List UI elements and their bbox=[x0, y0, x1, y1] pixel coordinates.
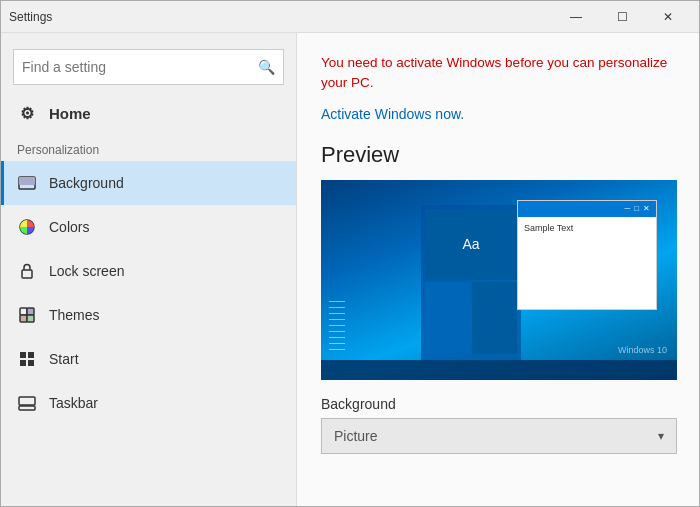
preview-line bbox=[329, 313, 345, 314]
preview-line bbox=[329, 307, 345, 308]
preview-tile-aa: Aa bbox=[425, 209, 517, 281]
search-icon: 🔍 bbox=[258, 59, 275, 75]
preview-line bbox=[329, 319, 345, 320]
preview-heading: Preview bbox=[321, 142, 675, 168]
activation-warning: You need to activate Windows before you … bbox=[321, 53, 675, 94]
window-controls: — ☐ ✕ bbox=[553, 1, 691, 33]
preview-window: ─ □ ✕ Sample Text bbox=[517, 200, 657, 310]
bg-label: Background bbox=[321, 396, 675, 412]
preview-line bbox=[329, 337, 345, 338]
svg-rect-4 bbox=[20, 308, 27, 315]
bg-dropdown-value: Picture bbox=[334, 428, 378, 444]
svg-rect-12 bbox=[19, 406, 35, 410]
search-box[interactable]: 🔍 bbox=[13, 49, 284, 85]
background-label: Background bbox=[49, 175, 124, 191]
settings-window: Settings — ☐ ✕ 🔍 ⚙ Home Personalization bbox=[0, 0, 700, 507]
preview-line bbox=[329, 331, 345, 332]
preview-tile-2 bbox=[472, 282, 517, 354]
preview-taskbar bbox=[321, 360, 677, 380]
preview-line bbox=[329, 301, 345, 302]
sidebar-item-start[interactable]: Start bbox=[1, 337, 296, 381]
svg-rect-6 bbox=[20, 315, 27, 322]
svg-rect-13 bbox=[19, 397, 35, 405]
home-label: Home bbox=[49, 105, 91, 122]
preview-line bbox=[329, 325, 345, 326]
preview-logo: Windows 10 bbox=[618, 345, 667, 355]
chevron-down-icon: ▾ bbox=[658, 429, 664, 443]
preview-desktop: Aa ─ □ ✕ bbox=[321, 180, 677, 380]
svg-rect-1 bbox=[19, 177, 35, 185]
taskbar-label: Taskbar bbox=[49, 395, 98, 411]
sidebar-item-taskbar[interactable]: Taskbar bbox=[1, 381, 296, 425]
svg-rect-7 bbox=[27, 315, 34, 322]
preview-window-titlebar: ─ □ ✕ bbox=[518, 201, 656, 217]
start-icon bbox=[17, 349, 37, 369]
home-icon: ⚙ bbox=[17, 103, 37, 123]
preview-tiles: Aa bbox=[421, 205, 521, 360]
colors-label: Colors bbox=[49, 219, 89, 235]
bg-dropdown[interactable]: Picture ▾ bbox=[321, 418, 677, 454]
preview-tile-1 bbox=[425, 282, 470, 354]
preview-sample-text: Sample Text bbox=[524, 223, 573, 233]
sidebar-item-lock-screen[interactable]: Lock screen bbox=[1, 249, 296, 293]
home-nav-item[interactable]: ⚙ Home bbox=[1, 93, 296, 133]
minimize-button[interactable]: — bbox=[553, 1, 599, 33]
sidebar-item-colors[interactable]: Colors bbox=[1, 205, 296, 249]
sidebar-item-themes[interactable]: Themes bbox=[1, 293, 296, 337]
preview-line bbox=[329, 343, 345, 344]
window-body: 🔍 ⚙ Home Personalization Background bbox=[1, 33, 699, 506]
lock-icon bbox=[17, 261, 37, 281]
preview-line bbox=[329, 349, 345, 350]
svg-rect-11 bbox=[28, 360, 34, 366]
svg-rect-10 bbox=[20, 360, 26, 366]
main-panel: You need to activate Windows before you … bbox=[296, 33, 699, 506]
themes-icon bbox=[17, 305, 37, 325]
maximize-button[interactable]: ☐ bbox=[599, 1, 645, 33]
lock-screen-label: Lock screen bbox=[49, 263, 124, 279]
themes-label: Themes bbox=[49, 307, 100, 323]
colors-icon bbox=[17, 217, 37, 237]
svg-rect-5 bbox=[27, 308, 34, 315]
sidebar: 🔍 ⚙ Home Personalization Background bbox=[1, 33, 296, 506]
activate-link[interactable]: Activate Windows now. bbox=[321, 106, 675, 122]
close-button[interactable]: ✕ bbox=[645, 1, 691, 33]
taskbar-icon bbox=[17, 393, 37, 413]
sidebar-item-background[interactable]: Background bbox=[1, 161, 296, 205]
preview-window-content: Sample Text bbox=[518, 217, 656, 239]
start-label: Start bbox=[49, 351, 79, 367]
background-icon bbox=[17, 173, 37, 193]
svg-rect-3 bbox=[22, 270, 32, 278]
svg-rect-9 bbox=[28, 352, 34, 358]
search-input[interactable] bbox=[22, 59, 258, 75]
section-label: Personalization bbox=[1, 133, 296, 161]
preview-lines bbox=[325, 291, 349, 360]
preview-image: Aa ─ □ ✕ bbox=[321, 180, 677, 380]
window-title: Settings bbox=[9, 10, 553, 24]
title-bar: Settings — ☐ ✕ bbox=[1, 1, 699, 33]
svg-rect-8 bbox=[20, 352, 26, 358]
